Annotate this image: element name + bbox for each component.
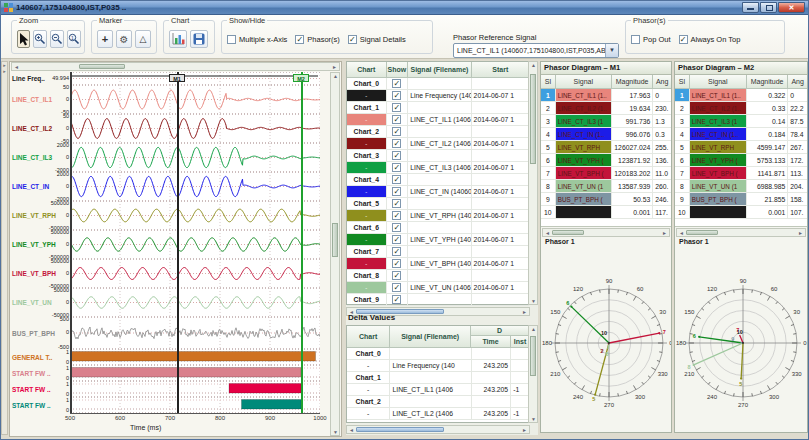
phasor-row-2[interactable]: 2LINE_CT_IL2 (1..19.634230. [541, 102, 671, 115]
close-button[interactable]: ✕ [778, 2, 805, 13]
scroll-right-icon[interactable]: ► [660, 230, 669, 236]
save-chart-button[interactable] [190, 30, 208, 48]
scroll-up-icon[interactable]: ▲ [529, 62, 538, 68]
marker-flag-m1[interactable]: M1 [169, 74, 185, 82]
column-header-sl[interactable]: Sl [541, 75, 556, 89]
color-swatch[interactable]: - [347, 90, 387, 101]
delta-row-signal[interactable]: -LINE_CT_IL1 (1406243.205-1 [347, 384, 529, 396]
table-row-signal[interactable]: -✓LINE_VT_BPH (14062014-06-07 1 [347, 258, 529, 270]
delta-table-hscrollbar[interactable]: ◄ ► [346, 425, 530, 434]
column-header-signal[interactable]: Signal [690, 75, 747, 89]
table-row-signal[interactable]: -✓LINE_VT_YPH (14062014-06-07 1 [347, 234, 529, 246]
table-row-signal[interactable]: -✓LINE_CT_IL1 (14062014-06-07 1 [347, 114, 529, 126]
marker-settings-button[interactable]: ⚙ [116, 30, 132, 48]
show-checkbox-cell[interactable]: ✓ [387, 198, 409, 209]
maximize-button[interactable] [760, 2, 777, 13]
checkbox-phasor-s[interactable]: ✓Phasor(s) [295, 35, 340, 44]
phasor-row-2[interactable]: 2LINE_CT_IL2 (1..0.3322.2 [675, 102, 807, 115]
scroll-left-icon[interactable]: ◄ [347, 427, 356, 433]
scroll-right-icon[interactable]: ► [520, 427, 529, 433]
left-splitter[interactable]: ▸▸ [1, 61, 8, 435]
phasor-row-4[interactable]: 4LINE_CT_IN (1..0.18478.4 [675, 128, 807, 141]
chevron-down-icon[interactable]: ▼ [605, 44, 618, 57]
delta-row-chart-1[interactable]: Chart_1 [347, 372, 529, 384]
signal-table-vscrollbar[interactable]: ▲ ▼ [528, 61, 538, 305]
waveform-vscrollbar[interactable]: ▲ ▼ [330, 72, 340, 436]
phasor-row-8[interactable]: 8LINE_VT_UN (113587.939260. [541, 180, 671, 193]
column-header-magnitude[interactable]: Magnitude [612, 75, 653, 89]
scroll-right-icon[interactable]: ► [796, 230, 805, 236]
scroll-down-icon[interactable]: ▼ [529, 298, 538, 304]
add-marker-button[interactable]: + [97, 30, 113, 48]
color-swatch[interactable]: - [347, 138, 387, 149]
delta-table-vscrollbar[interactable]: ▲ ▼ [528, 325, 538, 423]
scroll-up-icon[interactable]: ▲ [529, 326, 538, 332]
show-checkbox-cell[interactable]: ✓ [387, 246, 409, 257]
show-checkbox-cell[interactable]: ✓ [387, 138, 409, 149]
marker-line-m2[interactable] [301, 72, 303, 413]
column-header-show[interactable]: Show [387, 62, 409, 78]
show-checkbox-cell[interactable]: ✓ [387, 270, 409, 281]
phasor-row-1[interactable]: 1LINE_CT_IL1 (1..17.9630 [541, 89, 671, 102]
color-swatch[interactable]: - [347, 186, 387, 197]
table-row-chart-8[interactable]: Chart_8✓ [347, 270, 529, 282]
scroll-thumb[interactable] [332, 223, 338, 257]
show-checkbox-cell[interactable]: ✓ [387, 294, 409, 305]
delta-row-chart-2[interactable]: Chart_2 [347, 396, 529, 408]
zoom-actual-button[interactable]: 1 [67, 30, 81, 48]
phasor-row-3[interactable]: 3LINE_CT_IL3 (1991.7361.3 [541, 115, 671, 128]
scroll-thumb[interactable] [686, 230, 718, 235]
table-row-signal[interactable]: -✓Line Frequency (1402014-06-07 1 [347, 90, 529, 102]
color-swatch[interactable]: - [347, 162, 387, 173]
column-header-start[interactable]: Start [472, 62, 529, 78]
column-header-signal[interactable]: Signal (Filename) [408, 62, 471, 78]
column-header-magnitude[interactable]: Magnitude [747, 75, 788, 89]
show-checkbox-cell[interactable]: ✓ [387, 258, 409, 269]
table-row-chart-9[interactable]: Chart_9✓ [347, 294, 529, 306]
table-row-signal[interactable]: -✓LINE_CT_IL2 (14062014-06-07 1 [347, 138, 529, 150]
phasor-row-6[interactable]: 6LINE_VT_YPH (123871.92136. [541, 154, 671, 167]
show-checkbox-cell[interactable]: ✓ [387, 90, 409, 101]
zoom-out-button[interactable] [50, 30, 64, 48]
table-row-chart-7[interactable]: Chart_7✓ [347, 246, 529, 258]
column-header-inst[interactable]: Inst [511, 336, 529, 348]
table-row-signal[interactable]: -✓LINE_CT_IL3 (14062014-06-07 1 [347, 162, 529, 174]
phasor-reference-combobox[interactable]: LINE_CT_IL1 (140607,175104800,IST,P035,A… [453, 43, 619, 58]
table-row-signal[interactable]: -✓LINE_VT_RPH (14062014-06-07 1 [347, 210, 529, 222]
table-row-signal[interactable]: -✓LINE_CT_IN (140602014-06-07 1 [347, 186, 529, 198]
table-row-chart-2[interactable]: Chart_2✓ [347, 126, 529, 138]
show-checkbox-cell[interactable]: ✓ [387, 102, 409, 113]
delta-row-signal[interactable]: -LINE_CT_IL2 (1406243.205-1 [347, 408, 529, 420]
column-header-signal[interactable]: Signal (Filename) [390, 326, 471, 348]
table-row-signal[interactable]: -✓LINE_VT_UN (14062014-06-07 1 [347, 282, 529, 294]
show-checkbox-cell[interactable]: ✓ [387, 282, 409, 293]
show-checkbox-cell[interactable]: ✓ [387, 162, 409, 173]
table-row-chart-5[interactable]: Chart_5✓ [347, 198, 529, 210]
color-swatch[interactable]: - [347, 234, 387, 245]
delta-row-signal[interactable]: -Line Frequency (140243.205 [347, 360, 529, 372]
phasor-row-5[interactable]: 5LINE_VT_RPH4599.147267. [675, 141, 807, 154]
column-header-ang[interactable]: Ang [788, 75, 807, 89]
delta-marker-button[interactable]: △ [135, 30, 151, 48]
show-checkbox-cell[interactable]: ✓ [387, 150, 409, 161]
scroll-right-icon[interactable]: ► [330, 64, 339, 70]
table-row-chart-0[interactable]: Chart_0✓ [347, 78, 529, 90]
phasor-row-9[interactable]: 9BUS_PT_BPH (21.855158. [675, 193, 807, 206]
phasor-row-3[interactable]: 3LINE_CT_IL3 (10.1487.5 [675, 115, 807, 128]
column-header-sl[interactable]: Sl [675, 75, 690, 89]
minimize-button[interactable] [742, 2, 759, 13]
phasor-row-10[interactable]: 100.001117. [541, 206, 671, 219]
column-header-chart[interactable]: Chart [347, 62, 387, 78]
waveform-hscrollbar[interactable]: ◄ ► [11, 62, 340, 71]
scroll-up-icon[interactable]: ▲ [331, 73, 340, 79]
chart-settings-button[interactable] [169, 30, 187, 48]
table-row-chart-1[interactable]: Chart_1✓ [347, 102, 529, 114]
phasor-row-7[interactable]: 7LINE_VT_BPH (120183.20211.0 [541, 167, 671, 180]
table-row-chart-4[interactable]: Chart_4✓ [347, 174, 529, 186]
column-header-time[interactable]: Time [471, 336, 511, 348]
scroll-left-icon[interactable]: ◄ [677, 230, 686, 236]
delta-row-chart-0[interactable]: Chart_0 [347, 348, 529, 360]
phasor-row-9[interactable]: 9BUS_PT_BPH (50.53246. [541, 193, 671, 206]
checkbox-always-on-top[interactable]: ✓Always On Top [679, 35, 741, 44]
scroll-right-icon[interactable]: ► [520, 309, 529, 315]
